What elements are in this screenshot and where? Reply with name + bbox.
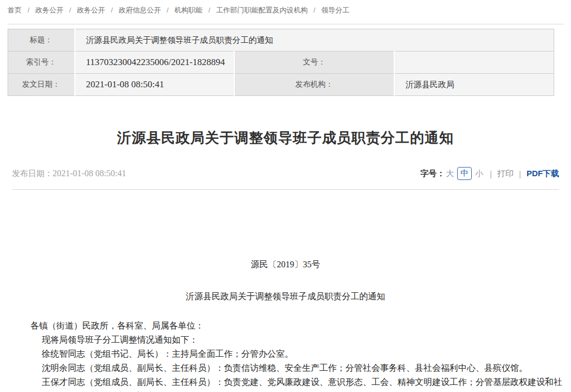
breadcrumb-separator: / xyxy=(111,6,113,14)
breadcrumb-item-functions[interactable]: 机构职能 xyxy=(175,6,203,14)
document-number: 源民〔2019〕35号 xyxy=(0,259,571,271)
breadcrumb-item-info-disclosure[interactable]: 政府信息公开 xyxy=(119,6,161,14)
docnum-value-cell xyxy=(394,52,554,74)
agency-value-cell: 沂源县民政局 xyxy=(394,74,554,96)
table-row-index: 索引号： 113703230042235006/2021-1828894 文号： xyxy=(8,52,554,74)
title-value-cell: 沂源县民政局关于调整领导班子成员职责分工的通知 xyxy=(75,29,554,52)
breadcrumb-separator: / xyxy=(28,6,30,14)
article-meta-row: 发布日期：2021-01-08 08:50:41 字号： 大 中 小 | 打印 … xyxy=(12,167,559,180)
breadcrumb-separator: / xyxy=(208,6,210,14)
breadcrumb-divider xyxy=(8,24,563,24)
toolbar-separator: | xyxy=(519,169,521,178)
breadcrumb-separator: / xyxy=(69,6,72,14)
font-size-label: 字号： xyxy=(420,169,445,179)
table-row-title: 标题： 沂源县民政局关于调整领导班子成员职责分工的通知 xyxy=(8,29,554,52)
breadcrumb: 首页 / 政务公开 / 政务公开 / 政府信息公开 / 机构职能 / 工作部门职… xyxy=(0,0,571,22)
document-body: 源民〔2019〕35号 沂源县民政局关于调整领导班子成员职责分工的通知 各镇（街… xyxy=(0,259,571,392)
print-button[interactable]: 打印 xyxy=(497,169,514,179)
font-size-medium-button[interactable]: 中 xyxy=(457,167,472,180)
content-divider xyxy=(12,189,559,190)
document-info-table: 标题： 沂源县民政局关于调整领导班子成员职责分工的通知 索引号： 1137032… xyxy=(8,29,554,96)
breadcrumb-item-zwgk2[interactable]: 政务公开 xyxy=(77,6,105,14)
docnum-label-cell: 文号： xyxy=(234,52,394,74)
publish-date: 发布日期：2021-01-08 08:50:41 xyxy=(12,169,126,179)
paragraph: 现将局领导班子分工调整情况通知如下： xyxy=(30,333,564,347)
breadcrumb-item-home[interactable]: 首页 xyxy=(8,6,22,14)
date-label-cell: 发文日期： xyxy=(8,74,75,96)
table-row-date: 发文日期： 2021-01-08 08:50:41 发布机构： 沂源县民政局 xyxy=(8,74,554,96)
breadcrumb-separator: / xyxy=(166,6,169,14)
title-label-cell: 标题： xyxy=(8,29,75,52)
document-paragraphs: 各镇（街道）民政所，各科室、局属各单位： 现将局领导班子分工调整情况通知如下： … xyxy=(30,319,564,392)
document-title: 沂源县民政局关于调整领导班子成员职责分工的通知 xyxy=(0,291,571,303)
paragraph-salutation: 各镇（街道）民政所，各科室、局属各单位： xyxy=(30,319,564,333)
paragraph: 王保才同志（党组成员、副局长、主任科员）：负责党建、党风廉政建设、意识形态、工会… xyxy=(30,375,564,392)
breadcrumb-item-current: 领导分工 xyxy=(321,6,349,14)
pdf-download-button[interactable]: PDF下载 xyxy=(527,169,559,179)
page-title: 沂源县民政局关于调整领导班子成员职责分工的通知 xyxy=(12,128,559,147)
toolbar-separator: | xyxy=(490,169,492,178)
publish-date-value: 2021-01-08 08:50:41 xyxy=(53,169,126,178)
font-size-small-button[interactable]: 小 xyxy=(475,169,483,179)
index-label-cell: 索引号： xyxy=(8,52,75,74)
index-value-cell: 113703230042235006/2021-1828894 xyxy=(75,52,235,74)
font-size-large-button[interactable]: 大 xyxy=(446,169,454,179)
article-toolbar: 字号： 大 中 小 | 打印 | PDF下载 xyxy=(420,167,559,180)
paragraph: 徐统智同志（党组书记、局长）：主持局全面工作；分管办公室。 xyxy=(30,347,564,361)
breadcrumb-separator: / xyxy=(313,6,316,14)
agency-label-cell: 发布机构： xyxy=(234,74,394,96)
paragraph: 沈明余同志（党组成员、副局长、主任科员）：负责信访维稳、安全生产工作；分管社会事… xyxy=(30,361,564,375)
date-value-cell: 2021-01-08 08:50:41 xyxy=(75,74,235,96)
publish-date-label: 发布日期： xyxy=(12,169,53,178)
breadcrumb-item-zwgk1[interactable]: 政务公开 xyxy=(35,6,63,14)
breadcrumb-item-dept-config[interactable]: 工作部门职能配置及内设机构 xyxy=(216,6,307,14)
